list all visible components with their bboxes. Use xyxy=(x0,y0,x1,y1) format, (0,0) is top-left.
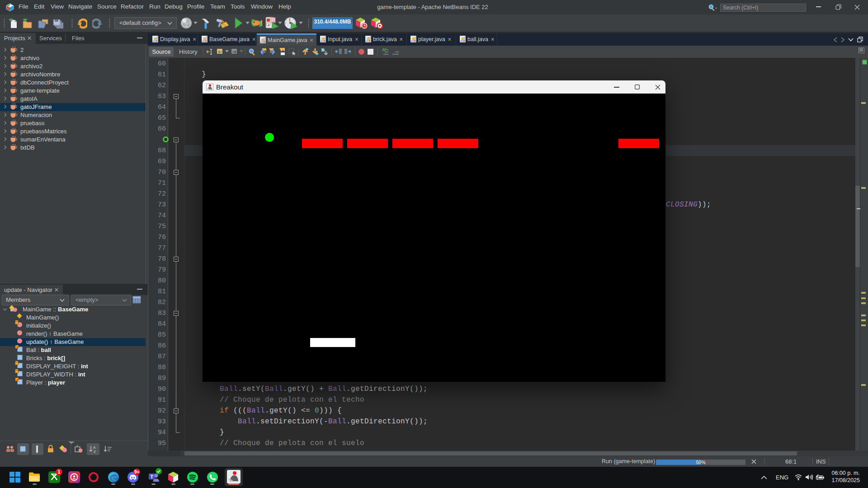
svg-text:A: A xyxy=(93,446,96,450)
svg-text:T: T xyxy=(150,474,153,479)
svg-text:3: 3 xyxy=(267,23,269,27)
svg-text:Z: Z xyxy=(94,450,96,453)
